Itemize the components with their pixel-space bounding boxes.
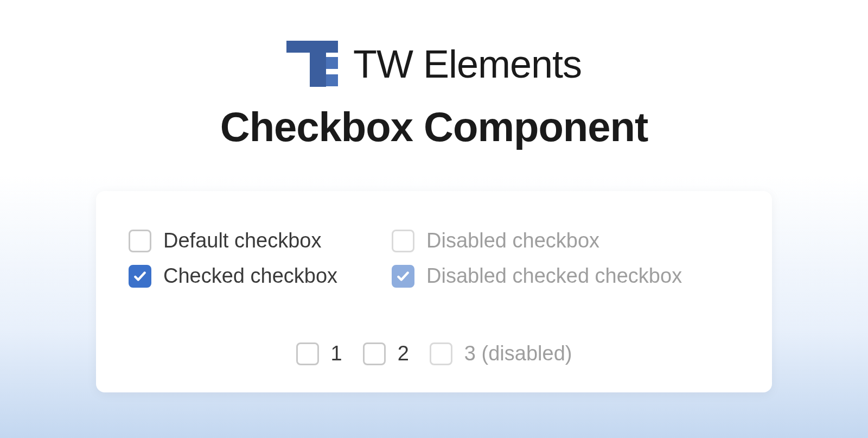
svg-rect-1 xyxy=(310,53,326,87)
checkbox-item-inline-3: 3 (disabled) xyxy=(430,342,572,365)
checkbox-item-checked: Checked checkbox xyxy=(129,264,337,288)
checkbox-inline-3-disabled xyxy=(430,342,452,365)
checkbox-item-disabled-checked: Disabled checked checkbox xyxy=(392,264,682,288)
svg-rect-0 xyxy=(286,41,338,53)
checkbox-label: Default checkbox xyxy=(163,229,322,252)
checkbox-item-default: Default checkbox xyxy=(129,229,337,252)
check-icon xyxy=(396,269,410,283)
checkbox-label: 2 xyxy=(398,342,409,365)
logo-icon xyxy=(286,41,338,87)
checkbox-inline-1[interactable] xyxy=(296,342,319,365)
checkbox-label: Disabled checked checkbox xyxy=(426,264,682,288)
checkbox-disabled xyxy=(392,230,414,252)
svg-rect-3 xyxy=(326,74,338,86)
checkbox-checked[interactable] xyxy=(129,265,151,288)
checkbox-label: 1 xyxy=(331,342,342,365)
checkbox-label: Checked checkbox xyxy=(163,264,337,288)
demo-card: Default checkbox Checked checkbox Disabl… xyxy=(96,191,772,392)
checkbox-disabled-checked xyxy=(392,265,414,288)
checkbox-column-left: Default checkbox Checked checkbox xyxy=(129,229,337,288)
brand: TW Elements xyxy=(286,41,582,87)
check-icon xyxy=(133,269,147,283)
checkbox-default[interactable] xyxy=(129,230,151,252)
page-title: Checkbox Component xyxy=(0,103,868,150)
checkbox-inline-2[interactable] xyxy=(363,342,386,365)
checkbox-label: 3 (disabled) xyxy=(464,342,572,365)
header: TW Elements Checkbox Component xyxy=(0,0,868,150)
checkbox-grid: Default checkbox Checked checkbox Disabl… xyxy=(129,229,739,288)
checkbox-label: Disabled checkbox xyxy=(426,229,599,252)
checkbox-column-right: Disabled checkbox Disabled checked check… xyxy=(392,229,682,288)
checkbox-item-disabled: Disabled checkbox xyxy=(392,229,682,252)
checkbox-item-inline-1: 1 xyxy=(296,342,342,365)
checkbox-item-inline-2: 2 xyxy=(363,342,409,365)
svg-rect-2 xyxy=(326,57,338,69)
inline-checkbox-row: 1 2 3 (disabled) xyxy=(129,342,739,365)
brand-name: TW Elements xyxy=(353,42,582,86)
